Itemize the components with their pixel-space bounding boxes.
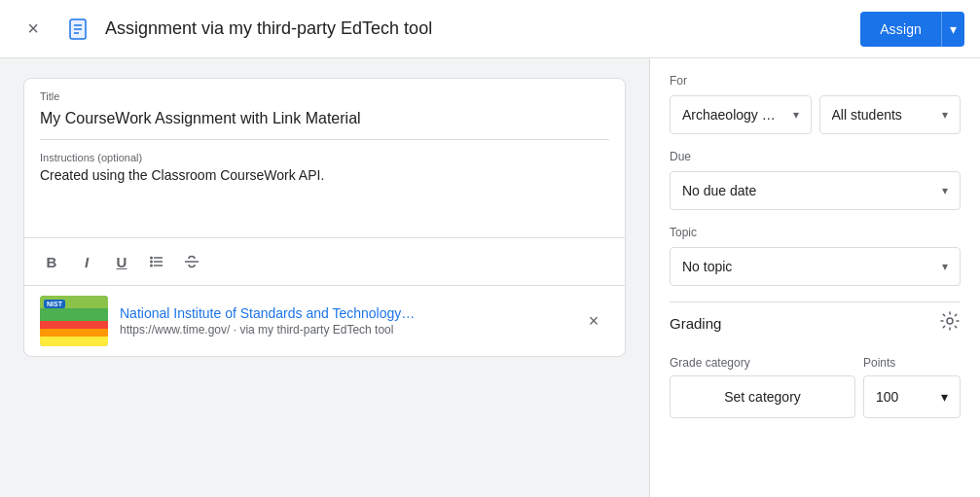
formatting-toolbar: B I U — [24, 237, 625, 285]
svg-point-8 — [150, 261, 153, 264]
grading-label: Grading — [670, 315, 721, 332]
assign-button-group: Assign ▾ — [860, 12, 964, 47]
gear-icon[interactable] — [939, 310, 961, 337]
italic-button[interactable]: I — [71, 246, 102, 277]
chevron-down-icon: ▾ — [942, 184, 948, 197]
right-panel: For Archaeology … ▾ All students ▾ Due N… — [649, 58, 980, 497]
close-icon: × — [589, 311, 599, 332]
underline-button[interactable]: U — [106, 246, 137, 277]
page-title: Assignment via my third-party EdTech too… — [105, 18, 849, 39]
doc-icon — [62, 14, 93, 45]
for-label: For — [670, 74, 961, 88]
grading-fields-row: Grade category Set category Points 100 ▾ — [670, 356, 961, 418]
grade-category-field: Grade category Set category — [670, 356, 855, 418]
close-button[interactable]: × — [16, 12, 51, 47]
title-label: Title — [40, 90, 609, 102]
assign-button[interactable]: Assign — [860, 12, 941, 47]
set-category-button[interactable]: Set category — [670, 375, 855, 418]
svg-point-9 — [150, 265, 153, 267]
points-select[interactable]: 100 ▾ — [863, 375, 961, 418]
remove-attachment-button[interactable]: × — [578, 305, 609, 337]
instructions-text[interactable]: Created using the Classroom CourseWork A… — [40, 167, 609, 226]
due-section: Due No due date ▾ — [670, 150, 961, 210]
chevron-down-icon: ▾ — [941, 389, 948, 405]
attachment-url: https://www.time.gov/ · via my third-par… — [120, 323, 566, 337]
class-value: Archaeology … — [682, 107, 789, 123]
attachment-info: National Institute of Standards and Tech… — [120, 305, 566, 337]
assignment-card: Title Instructions (optional) Created us… — [23, 78, 626, 357]
grading-section: Grading Grade category Set category Poi — [670, 302, 961, 418]
attachment-thumbnail: NIST — [40, 296, 108, 346]
close-icon: × — [27, 18, 39, 40]
set-category-label: Set category — [724, 389, 801, 405]
topic-select[interactable]: No topic ▾ — [670, 247, 961, 286]
for-section: For Archaeology … ▾ All students ▾ — [670, 74, 961, 134]
list-button[interactable] — [141, 246, 172, 277]
class-select[interactable]: Archaeology … ▾ — [670, 95, 812, 134]
due-date-select[interactable]: No due date ▾ — [670, 171, 961, 210]
chevron-down-icon: ▾ — [942, 108, 948, 122]
svg-point-11 — [947, 318, 953, 324]
svg-point-7 — [150, 257, 153, 260]
bold-button[interactable]: B — [36, 246, 67, 277]
topic-section: Topic No topic ▾ — [670, 226, 961, 286]
topbar: × Assignment via my third-party EdTech t… — [0, 0, 980, 58]
strikethrough-button[interactable] — [176, 246, 207, 277]
points-field-wrapper: Points 100 ▾ — [863, 356, 961, 418]
due-label: Due — [670, 150, 961, 163]
due-date-value: No due date — [682, 183, 938, 198]
points-value: 100 — [876, 389, 898, 405]
students-value: All students — [832, 107, 939, 123]
title-input[interactable] — [40, 106, 609, 131]
topic-value: No topic — [682, 259, 938, 274]
attachment-title[interactable]: National Institute of Standards and Tech… — [120, 305, 566, 321]
left-panel: Title Instructions (optional) Created us… — [0, 58, 649, 497]
assign-dropdown-button[interactable]: ▾ — [941, 12, 964, 47]
title-section: Title — [24, 79, 625, 139]
instructions-label: Instructions (optional) — [40, 152, 609, 163]
for-selects-row: Archaeology … ▾ All students ▾ — [670, 95, 961, 134]
chevron-down-icon: ▾ — [793, 108, 799, 122]
students-select[interactable]: All students ▾ — [819, 95, 962, 134]
chevron-down-icon: ▾ — [942, 260, 948, 273]
instructions-section: Instructions (optional) Created using th… — [24, 140, 625, 237]
chevron-down-icon: ▾ — [950, 21, 957, 37]
grading-header: Grading — [670, 302, 961, 344]
topic-label: Topic — [670, 226, 961, 239]
points-label: Points — [863, 356, 961, 370]
grade-category-label: Grade category — [670, 356, 855, 370]
attachment-item: NIST National Institute of Standards and… — [24, 285, 625, 356]
main-layout: Title Instructions (optional) Created us… — [0, 58, 980, 497]
